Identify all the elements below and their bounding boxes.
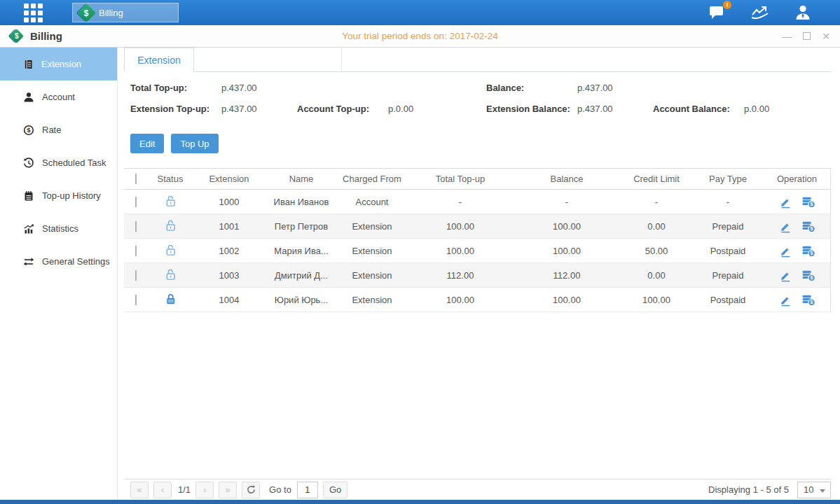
row-checkbox[interactable]: [135, 221, 137, 232]
close-button[interactable]: ✕: [822, 31, 830, 41]
ledger-icon: [23, 59, 34, 70]
cell-name: Мария Ива...: [266, 246, 337, 256]
cell-total-topup: 100.00: [407, 221, 514, 232]
cell-pay-type: Postpaid: [693, 246, 763, 256]
col-balance: Balance: [514, 174, 620, 184]
sidebar-item-label: Extension: [41, 59, 81, 69]
top-up-coins-icon[interactable]: $: [801, 244, 815, 258]
cell-charged-from: Extension: [337, 246, 407, 256]
col-operation: Operation: [763, 174, 831, 184]
first-page-button[interactable]: «: [130, 482, 149, 498]
sidebar-item-rate[interactable]: $ Rate: [0, 113, 117, 146]
go-button[interactable]: Go: [323, 482, 347, 498]
cell-total-topup: -: [407, 197, 514, 207]
goto-page-input[interactable]: [297, 482, 318, 498]
cell-name: Петр Петров: [266, 221, 337, 232]
sidebar-item-general-settings[interactable]: General Settings: [0, 245, 117, 278]
table-row: 1002 Мария Ива... Extension 100.00 100.0…: [124, 239, 830, 263]
col-credit-limit: Credit Limit: [620, 174, 693, 184]
app-launcher-icon[interactable]: [24, 4, 43, 22]
person-icon: [23, 92, 34, 103]
cell-pay-type: Prepaid: [693, 270, 763, 281]
cell-total-topup: 112.00: [407, 270, 514, 281]
user-icon[interactable]: [794, 4, 812, 22]
extension-topup-label: Extension Top-up:: [130, 104, 221, 114]
sidebar-item-topup-history[interactable]: Top-up History: [0, 179, 117, 212]
cell-name: Юрий Юрь...: [266, 295, 337, 305]
messages-icon[interactable]: !: [708, 4, 727, 21]
maximize-button[interactable]: [803, 32, 811, 40]
row-checkbox[interactable]: [135, 295, 137, 305]
window-titlebar: $ Billing Your trial period ends on: 201…: [0, 25, 840, 48]
tab-extension[interactable]: Extension: [124, 48, 194, 72]
clock-icon: [23, 158, 34, 169]
dollar-circle-icon: $: [23, 125, 34, 136]
lock-open-icon: [164, 218, 177, 232]
refresh-button[interactable]: [242, 482, 260, 498]
sidebar-item-label: Scheduled Task: [42, 158, 106, 168]
sidebar-item-scheduled-task[interactable]: Scheduled Task: [0, 146, 117, 179]
last-page-button[interactable]: »: [219, 482, 237, 498]
notification-badge: !: [723, 1, 731, 9]
select-all-checkbox[interactable]: [135, 174, 137, 184]
sidebar-item-extension[interactable]: Extension: [0, 48, 117, 80]
table-row: 1001 Петр Петров Extension 100.00 100.00…: [124, 214, 830, 239]
cell-extension: 1001: [193, 221, 266, 232]
billing-app-icon: $: [77, 4, 96, 22]
prev-page-button[interactable]: ‹: [153, 482, 172, 498]
desktop-bottom-strip: [0, 500, 840, 504]
cell-balance: 100.00: [514, 246, 620, 256]
notebook-icon: [23, 190, 34, 202]
cell-balance: -: [514, 197, 620, 207]
lock-open-icon: [164, 194, 177, 208]
edit-button[interactable]: Edit: [130, 134, 164, 153]
top-up-coins-icon[interactable]: $: [801, 293, 815, 307]
row-checkbox[interactable]: [135, 197, 137, 207]
col-charged-from: Charged From: [337, 174, 407, 184]
edit-pencil-icon[interactable]: [779, 220, 792, 233]
cell-charged-from: Account: [337, 197, 407, 207]
svg-text:$: $: [810, 202, 813, 207]
sidebar-item-account[interactable]: Account: [0, 80, 117, 113]
cell-name: Иван Иванов: [266, 197, 337, 207]
row-checkbox[interactable]: [135, 246, 137, 256]
page-size-select[interactable]: 10: [797, 482, 831, 498]
sidebar-item-label: General Settings: [42, 256, 110, 267]
chart-bars-icon: [23, 223, 34, 234]
row-checkbox[interactable]: [135, 270, 137, 281]
cell-charged-from: Extension: [337, 270, 407, 281]
next-page-button[interactable]: ›: [195, 482, 214, 498]
top-up-coins-icon[interactable]: $: [801, 269, 815, 282]
billing-window-icon: $: [9, 29, 24, 43]
edit-pencil-icon[interactable]: [779, 195, 792, 209]
balance-value: p.437.00: [577, 83, 653, 93]
svg-text:$: $: [810, 251, 813, 256]
sidebar-item-label: Account: [42, 92, 75, 102]
pagination-bar: « ‹ 1/1 › » Go to Go Displaying 1 - 5 of…: [124, 479, 831, 500]
svg-text:$: $: [810, 226, 813, 232]
statistics-chart-icon[interactable]: [750, 4, 770, 21]
taskbar-tab-billing[interactable]: $ Billing: [72, 3, 179, 22]
cell-extension: 1004: [193, 295, 266, 305]
top-up-coins-icon[interactable]: $: [801, 220, 815, 233]
summary-section: Total Top-up: p.437.00 Extension Top-up:…: [124, 72, 831, 128]
edit-pencil-icon[interactable]: [779, 269, 792, 282]
extension-balance-label: Extension Balance:: [486, 104, 577, 114]
page-indicator: 1/1: [178, 484, 191, 495]
chevron-down-icon: [820, 489, 825, 493]
minimize-button[interactable]: —: [782, 31, 792, 41]
account-topup-value: p.0.00: [388, 104, 464, 114]
sidebar-item-statistics[interactable]: Statistics: [0, 212, 117, 245]
lock-open-icon: [164, 267, 177, 281]
sidebar-item-label: Top-up History: [42, 190, 101, 201]
col-pay-type: Pay Type: [693, 174, 763, 184]
sidebar-item-label: Rate: [42, 125, 61, 135]
edit-pencil-icon[interactable]: [779, 293, 792, 307]
cell-charged-from: Extension: [337, 221, 407, 232]
extension-topup-value: p.437.00: [221, 104, 297, 114]
edit-pencil-icon[interactable]: [779, 244, 792, 258]
account-balance-value: p.0.00: [744, 104, 820, 114]
top-up-coins-icon[interactable]: $: [801, 195, 815, 209]
lock-closed-icon: [164, 292, 177, 306]
top-up-button[interactable]: Top Up: [171, 134, 218, 153]
